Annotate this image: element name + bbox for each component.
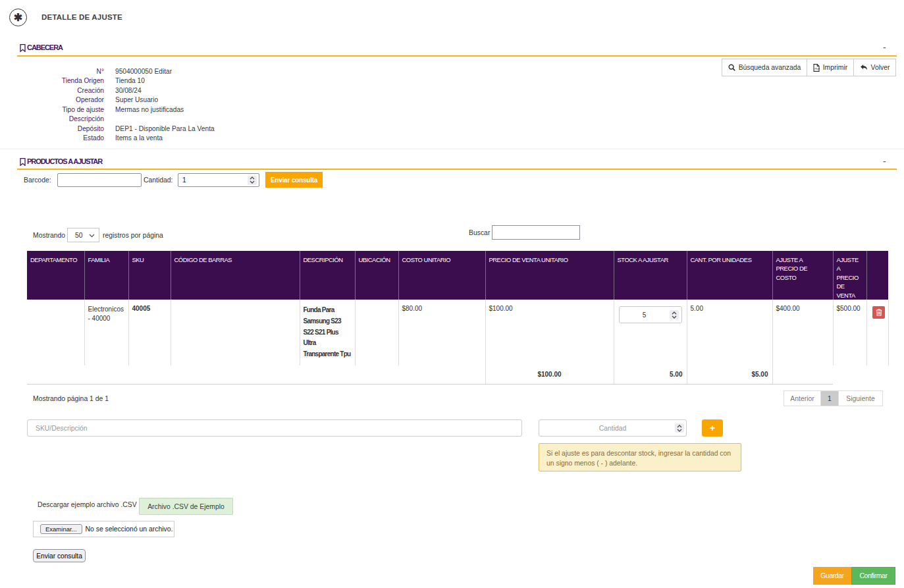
col-precio-de-venta-unitario[interactable]: PRECIO DE VENTA UNITARIO [485, 251, 614, 300]
cell-actions [866, 300, 888, 365]
col-stock-a-ajustar[interactable]: STOCK A AJUSTAR [614, 251, 687, 300]
stock-field [619, 306, 682, 323]
pagination-previous-button[interactable]: Anterior [784, 391, 821, 406]
cell-costo-unitario: $80.00 [398, 300, 485, 365]
footer-empty [833, 365, 866, 384]
add-product-button[interactable]: + [702, 419, 723, 437]
app-logo-icon: ✱ [9, 9, 27, 26]
footer-cant-total: $5.00 [687, 365, 772, 384]
col-costo-unitario[interactable]: COSTO UNITARIO [398, 251, 485, 300]
bookmark-icon [20, 44, 26, 52]
cantidad-spinner[interactable] [248, 176, 257, 185]
chevron-down-icon [250, 180, 255, 184]
col-departamento[interactable]: DEPARTAMENTO [27, 251, 84, 300]
pagination-page-1-button[interactable]: 1 [821, 391, 839, 406]
col-actions [866, 251, 888, 300]
search-label: Buscar [469, 229, 490, 236]
cell-departamento [27, 300, 84, 365]
enviar-consulta-button[interactable]: Enviar consulta [265, 172, 323, 188]
advanced-search-label: Búsqueda avanzada [739, 64, 801, 71]
field-value: DEP1 - Disponible Para La Venta [115, 125, 215, 132]
delete-row-button[interactable] [872, 306, 885, 319]
field-value: 9504000050 Editar [115, 68, 172, 75]
cantidad-label: Cantidad: [144, 176, 173, 184]
search-icon [728, 64, 735, 71]
stock-spinner[interactable] [670, 310, 679, 319]
back-button[interactable]: Volver [854, 59, 896, 76]
cabecera-fields: N°9504000050 Editar Tienda OrigenTienda … [17, 67, 215, 143]
footer-spacer [27, 365, 485, 384]
field-label: Operador [17, 96, 104, 103]
field-row-estado: EstadoItems a la venta [17, 134, 215, 144]
page-title: DETALLE DE AJUSTE [41, 13, 122, 21]
file-status-text: No se seleccionó un archivo. [86, 525, 173, 533]
col-ajuste-a-precio-de-costo[interactable]: AJUSTE A PRECIO DE COSTO [772, 251, 833, 300]
field-row-deposito: DepósitoDEP1 - Disponible Para La Venta [17, 124, 215, 134]
cantidad-add-input[interactable] [539, 419, 687, 437]
field-row-descripcion: Descripción [17, 115, 215, 124]
cell-stock-a-ajustar [614, 300, 687, 365]
pagination-next-button[interactable]: Siguiente [839, 391, 882, 406]
col-ubicacion[interactable]: UBICACIÓN [355, 251, 398, 300]
table-header-row: DEPARTAMENTO FAMILIA SKU CÓDIGO DE BARRA… [27, 251, 888, 300]
field-label: Depósito [17, 125, 104, 132]
col-familia[interactable]: FAMILIA [84, 251, 128, 300]
field-value: Super Usuario [115, 96, 158, 103]
field-label: N° [17, 68, 104, 75]
pagination-info: Mostrando página 1 de 1 [33, 395, 109, 402]
csv-example-button[interactable]: Archivo .CSV de Ejemplo [139, 498, 233, 515]
table-foot: $100.00 5.00 $5.00 [27, 365, 888, 384]
field-row-operador: OperadorSuper Usuario [17, 95, 215, 105]
footer-precio-venta-total: $100.00 [485, 365, 614, 384]
chevron-up-icon [677, 425, 682, 428]
col-cant-por-unidades[interactable]: CANT. POR UNIDADES [687, 251, 772, 300]
back-arrow-icon [860, 64, 868, 71]
cantidad-add-field [539, 419, 687, 437]
col-ajuste-a-precio-de-venta[interactable]: AJUSTE A PRECIO DE VENTA [833, 251, 866, 300]
sku-descripcion-input[interactable] [27, 419, 522, 437]
back-label: Volver [871, 64, 890, 71]
cell-cant-por-unidades: 5.00 [687, 300, 772, 365]
file-input[interactable]: Examinar... No se seleccionó un archivo. [33, 521, 174, 537]
chevron-up-icon [250, 176, 255, 180]
field-value: 30/08/24 [115, 87, 142, 94]
col-sku[interactable]: SKU [128, 251, 171, 300]
confirmar-button[interactable]: Confirmar [851, 567, 895, 585]
cabecera-bottom-divider [0, 148, 904, 149]
print-label: Imprimir [823, 64, 848, 71]
chevron-down-icon [89, 234, 95, 238]
bookmark-icon [20, 158, 26, 166]
search-input[interactable] [492, 225, 580, 240]
products-table: DEPARTAMENTO FAMILIA SKU CÓDIGO DE BARRA… [27, 251, 889, 385]
field-label: Estado [17, 134, 104, 142]
field-row-tienda-origen: Tienda OrigenTienda 10 [17, 76, 215, 86]
cantidad-add-spinner[interactable] [675, 423, 684, 433]
productos-collapse-toggle[interactable]: - [883, 157, 886, 166]
barcode-input[interactable] [57, 173, 142, 187]
csv-submit-button[interactable]: Enviar consulta [33, 549, 86, 562]
guardar-button[interactable]: Guardar [813, 567, 851, 585]
stock-warning-note: Si el ajuste es para descontar stock, in… [539, 443, 741, 471]
col-descripcion[interactable]: DESCRIPCIÓN [300, 251, 355, 300]
field-value: Mermas no justificadas [115, 106, 184, 113]
field-label: Creación [17, 87, 104, 94]
chevron-down-icon [677, 429, 682, 432]
print-button[interactable]: PDF Imprimir [807, 59, 854, 76]
cabecera-section-rule [17, 55, 897, 57]
cabecera-collapse-toggle[interactable]: - [883, 43, 886, 52]
browse-button[interactable]: Examinar... [40, 524, 82, 534]
field-row-numero: N°9504000050 Editar [17, 67, 215, 76]
length-suffix-label: registros por página [103, 232, 163, 239]
advanced-search-button[interactable]: Búsqueda avanzada [722, 59, 807, 76]
footer-ajuste-costo [772, 365, 833, 384]
cantidad-field [178, 173, 259, 187]
page-length-select[interactable]: 50 [67, 228, 99, 242]
field-label: Descripción [17, 115, 104, 122]
svg-text:PDF: PDF [814, 67, 820, 70]
field-label: Tienda Origen [17, 77, 104, 84]
productos-section-title: PRODUCTOS A AJUSTAR [27, 157, 102, 165]
cell-codigo-de-barras [171, 300, 300, 365]
field-row-creacion: Creación30/08/24 [17, 86, 215, 95]
col-codigo-de-barras[interactable]: CÓDIGO DE BARRAS [171, 251, 300, 300]
footer-stock-total: 5.00 [614, 365, 687, 384]
